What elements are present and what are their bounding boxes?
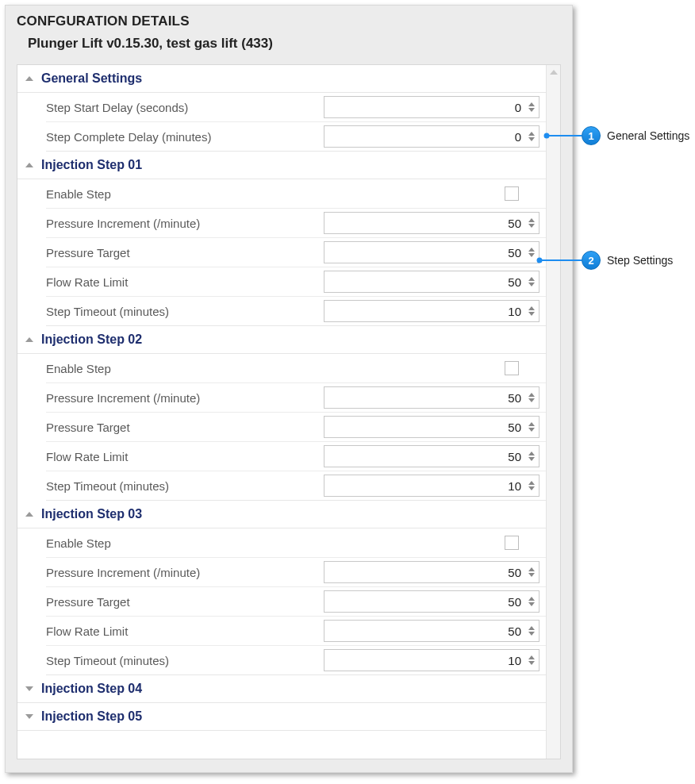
spinner-pressure-inc[interactable] [324, 561, 539, 583]
callout-text: General Settings [607, 129, 689, 142]
section-header-step04[interactable]: Injection Step 04 [17, 675, 546, 703]
checkbox-enable-step[interactable] [505, 361, 519, 375]
spinner-pressure-target[interactable] [324, 241, 539, 263]
chevron-down-icon[interactable] [528, 282, 535, 286]
input-timeout[interactable] [324, 475, 526, 496]
chevron-up-icon[interactable] [528, 306, 535, 310]
section-header-step05[interactable]: Injection Step 05 [17, 703, 546, 731]
input-timeout[interactable] [324, 650, 526, 671]
chevron-down-icon[interactable] [528, 661, 535, 665]
row-pressure-target: Pressure Target [46, 238, 546, 267]
chevron-down-icon[interactable] [528, 573, 535, 577]
spinner-timeout[interactable] [324, 475, 539, 497]
input-pressure-target[interactable] [324, 591, 526, 612]
input-pressure-target[interactable] [324, 242, 526, 263]
chevron-down-icon[interactable] [528, 312, 535, 316]
input-pressure-inc[interactable] [324, 387, 526, 408]
input-pressure-inc[interactable] [324, 213, 526, 233]
row-label: Pressure Target [46, 241, 324, 264]
row-enable-step: Enable Step [46, 179, 546, 209]
chevron-up-icon[interactable] [528, 132, 535, 136]
chevron-up-icon[interactable] [528, 626, 535, 630]
spinner-flow-limit[interactable] [324, 620, 539, 642]
input-flow-limit[interactable] [324, 271, 526, 292]
chevron-down-icon[interactable] [528, 428, 535, 432]
chevron-up-icon[interactable] [528, 655, 535, 659]
row-start-delay: Step Start Delay (seconds) [46, 93, 546, 122]
row-label: Enable Step [46, 183, 324, 206]
row-complete-delay: Step Complete Delay (minutes) [46, 122, 546, 152]
spinner-complete-delay[interactable] [324, 125, 539, 148]
scrollbar[interactable] [546, 65, 560, 759]
row-label: Pressure Increment (/minute) [46, 386, 324, 409]
row-label: Flow Rate Limit [46, 445, 324, 468]
checkbox-enable-step[interactable] [505, 186, 519, 201]
chevron-up-icon[interactable] [528, 248, 535, 252]
row-timeout: Step Timeout (minutes) [46, 646, 546, 675]
section-title: Injection Step 05 [41, 709, 142, 724]
spinner-pressure-target[interactable] [324, 416, 539, 438]
spinner-pressure-target[interactable] [324, 590, 539, 613]
chevron-up-icon[interactable] [528, 393, 535, 397]
section-header-general[interactable]: General Settings [17, 65, 546, 93]
chevron-up-icon[interactable] [528, 597, 535, 601]
chevron-down-icon[interactable] [528, 398, 535, 402]
row-pressure-target: Pressure Target [46, 587, 546, 617]
spinner-timeout[interactable] [324, 649, 539, 671]
scroll-up-icon[interactable] [550, 70, 558, 75]
section-header-step02[interactable]: Injection Step 02 [17, 326, 546, 354]
chevron-up-icon[interactable] [528, 481, 535, 485]
section-title: Injection Step 03 [41, 507, 142, 521]
connector-line [539, 259, 582, 261]
row-flow-limit: Flow Rate Limit [46, 442, 546, 471]
row-label: Pressure Target [46, 590, 324, 613]
input-pressure-inc[interactable] [324, 562, 526, 582]
section-header-step01[interactable]: Injection Step 01 [17, 152, 546, 179]
input-start-delay[interactable] [324, 97, 526, 117]
input-flow-limit[interactable] [324, 621, 526, 641]
input-flow-limit[interactable] [324, 446, 526, 467]
chevron-up-icon[interactable] [528, 452, 535, 455]
spinner-start-delay[interactable] [324, 96, 539, 118]
checkbox-enable-step[interactable] [505, 536, 519, 550]
row-label: Step Timeout (minutes) [46, 649, 324, 672]
input-timeout[interactable] [324, 301, 526, 321]
row-label: Flow Rate Limit [46, 620, 324, 643]
chevron-down-icon[interactable] [528, 137, 535, 141]
section-title: Injection Step 02 [41, 332, 142, 347]
caret-up-icon [25, 76, 33, 81]
row-label: Step Timeout (minutes) [46, 300, 324, 323]
chevron-down-icon[interactable] [528, 602, 535, 606]
chevron-down-icon[interactable] [528, 486, 535, 490]
row-label: Step Timeout (minutes) [46, 475, 324, 498]
input-pressure-target[interactable] [324, 417, 526, 437]
chevron-up-icon[interactable] [528, 422, 535, 426]
chevron-up-icon[interactable] [528, 218, 535, 222]
section-title: General Settings [41, 71, 142, 86]
chevron-down-icon[interactable] [528, 632, 535, 636]
spinner-pressure-inc[interactable] [324, 386, 539, 409]
row-pressure-inc: Pressure Increment (/minute) [46, 209, 546, 238]
caret-up-icon [25, 512, 33, 517]
spinner-pressure-inc[interactable] [324, 212, 539, 234]
spinner-flow-limit[interactable] [324, 271, 539, 293]
row-label: Flow Rate Limit [46, 271, 324, 294]
row-flow-limit: Flow Rate Limit [46, 267, 546, 297]
chevron-down-icon[interactable] [528, 253, 535, 257]
section-header-step03[interactable]: Injection Step 03 [17, 501, 546, 528]
chevron-down-icon[interactable] [528, 457, 535, 461]
chevron-up-icon[interactable] [528, 102, 535, 106]
chevron-up-icon[interactable] [528, 277, 535, 281]
spinner-flow-limit[interactable] [324, 445, 539, 467]
row-label: Pressure Increment (/minute) [46, 212, 324, 235]
section-body-general: Step Start Delay (seconds) Step Complete… [17, 93, 546, 152]
chevron-up-icon[interactable] [528, 567, 535, 571]
chevron-down-icon[interactable] [528, 224, 535, 228]
caret-up-icon [25, 163, 33, 167]
sections-container: General Settings Step Start Delay (secon… [17, 64, 561, 759]
input-complete-delay[interactable] [324, 126, 526, 147]
row-enable-step: Enable Step [46, 354, 546, 383]
section-body-step01: Enable Step Pressure Increment (/minute)… [17, 179, 546, 326]
spinner-timeout[interactable] [324, 300, 539, 322]
chevron-down-icon[interactable] [528, 108, 535, 112]
